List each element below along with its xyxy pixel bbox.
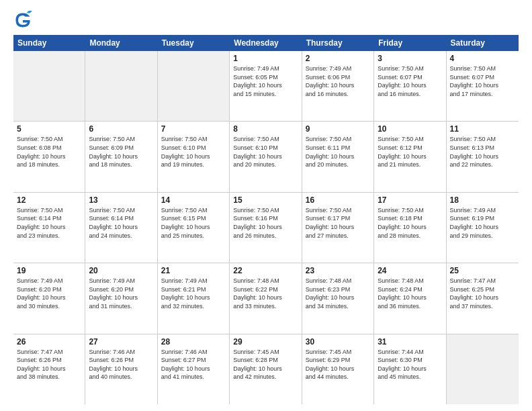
calendar-cell: 28Sunrise: 7:46 AM Sunset: 6:27 PM Dayli…	[158, 334, 230, 404]
calendar-header-cell: Friday	[374, 35, 446, 51]
day-number: 7	[161, 124, 226, 134]
calendar-cell: 24Sunrise: 7:48 AM Sunset: 6:24 PM Dayli…	[374, 263, 446, 333]
calendar: SundayMondayTuesdayWednesdayThursdayFrid…	[13, 35, 519, 404]
day-info: Sunrise: 7:45 AM Sunset: 6:28 PM Dayligh…	[233, 348, 298, 381]
calendar-cell: 27Sunrise: 7:46 AM Sunset: 6:26 PM Dayli…	[85, 334, 157, 404]
day-number: 16	[306, 195, 370, 205]
calendar-cell: 8Sunrise: 7:50 AM Sunset: 6:10 PM Daylig…	[230, 122, 302, 191]
calendar-week: 5Sunrise: 7:50 AM Sunset: 6:08 PM Daylig…	[13, 122, 519, 192]
day-info: Sunrise: 7:46 AM Sunset: 6:26 PM Dayligh…	[89, 348, 153, 381]
calendar-cell: 16Sunrise: 7:50 AM Sunset: 6:17 PM Dayli…	[302, 193, 374, 263]
day-number: 22	[233, 266, 298, 275]
day-info: Sunrise: 7:50 AM Sunset: 6:10 PM Dayligh…	[161, 135, 226, 169]
day-info: Sunrise: 7:48 AM Sunset: 6:22 PM Dayligh…	[233, 277, 298, 310]
calendar-week: 26Sunrise: 7:47 AM Sunset: 6:26 PM Dayli…	[13, 334, 519, 404]
calendar-cell	[158, 51, 230, 121]
day-number: 20	[89, 266, 153, 275]
calendar-cell: 31Sunrise: 7:44 AM Sunset: 6:30 PM Dayli…	[374, 334, 446, 404]
calendar-cell: 22Sunrise: 7:48 AM Sunset: 6:22 PM Dayli…	[230, 263, 302, 333]
day-info: Sunrise: 7:50 AM Sunset: 6:10 PM Dayligh…	[233, 135, 298, 169]
calendar-cell: 20Sunrise: 7:49 AM Sunset: 6:20 PM Dayli…	[85, 263, 157, 333]
calendar-cell: 19Sunrise: 7:49 AM Sunset: 6:20 PM Dayli…	[13, 263, 85, 333]
calendar-header-cell: Thursday	[302, 35, 374, 51]
day-info: Sunrise: 7:46 AM Sunset: 6:27 PM Dayligh…	[161, 348, 226, 381]
day-info: Sunrise: 7:49 AM Sunset: 6:06 PM Dayligh…	[306, 64, 370, 98]
day-info: Sunrise: 7:49 AM Sunset: 6:05 PM Dayligh…	[233, 64, 298, 98]
calendar-cell: 25Sunrise: 7:47 AM Sunset: 6:25 PM Dayli…	[447, 263, 519, 333]
calendar-cell: 18Sunrise: 7:49 AM Sunset: 6:19 PM Dayli…	[447, 193, 519, 263]
calendar-week: 1Sunrise: 7:49 AM Sunset: 6:05 PM Daylig…	[13, 51, 519, 122]
calendar-cell: 21Sunrise: 7:49 AM Sunset: 6:21 PM Dayli…	[158, 263, 230, 333]
day-info: Sunrise: 7:48 AM Sunset: 6:24 PM Dayligh…	[378, 277, 442, 310]
day-number: 13	[89, 195, 153, 205]
day-info: Sunrise: 7:50 AM Sunset: 6:12 PM Dayligh…	[378, 135, 442, 169]
day-info: Sunrise: 7:50 AM Sunset: 6:18 PM Dayligh…	[378, 206, 442, 240]
calendar-cell: 2Sunrise: 7:49 AM Sunset: 6:06 PM Daylig…	[302, 51, 374, 121]
day-number: 12	[17, 195, 81, 205]
day-number: 24	[378, 266, 442, 275]
day-info: Sunrise: 7:50 AM Sunset: 6:14 PM Dayligh…	[17, 206, 81, 240]
day-info: Sunrise: 7:50 AM Sunset: 6:08 PM Dayligh…	[17, 135, 81, 169]
page: SundayMondayTuesdayWednesdayThursdayFrid…	[0, 0, 532, 411]
calendar-cell: 9Sunrise: 7:50 AM Sunset: 6:11 PM Daylig…	[302, 122, 374, 191]
day-info: Sunrise: 7:49 AM Sunset: 6:19 PM Dayligh…	[450, 206, 515, 240]
calendar-cell: 26Sunrise: 7:47 AM Sunset: 6:26 PM Dayli…	[13, 334, 85, 404]
day-info: Sunrise: 7:47 AM Sunset: 6:25 PM Dayligh…	[450, 277, 515, 310]
calendar-cell: 12Sunrise: 7:50 AM Sunset: 6:14 PM Dayli…	[13, 193, 85, 263]
day-info: Sunrise: 7:50 AM Sunset: 6:07 PM Dayligh…	[378, 64, 442, 98]
day-info: Sunrise: 7:49 AM Sunset: 6:20 PM Dayligh…	[89, 277, 153, 310]
day-number: 19	[17, 266, 81, 275]
calendar-cell: 23Sunrise: 7:48 AM Sunset: 6:23 PM Dayli…	[302, 263, 374, 333]
calendar-cell: 10Sunrise: 7:50 AM Sunset: 6:12 PM Dayli…	[374, 122, 446, 191]
calendar-header-cell: Wednesday	[230, 35, 302, 51]
day-number: 5	[17, 124, 81, 134]
header	[13, 11, 519, 30]
calendar-header-row: SundayMondayTuesdayWednesdayThursdayFrid…	[13, 35, 519, 51]
calendar-cell: 13Sunrise: 7:50 AM Sunset: 6:14 PM Dayli…	[85, 193, 157, 263]
day-info: Sunrise: 7:50 AM Sunset: 6:17 PM Dayligh…	[306, 206, 370, 240]
day-number: 6	[89, 124, 153, 134]
calendar-cell: 11Sunrise: 7:50 AM Sunset: 6:13 PM Dayli…	[447, 122, 519, 191]
calendar-cell	[85, 51, 157, 121]
calendar-header-cell: Saturday	[447, 35, 519, 51]
day-number: 28	[161, 337, 226, 347]
day-number: 14	[161, 195, 226, 205]
day-number: 1	[233, 54, 298, 63]
calendar-cell: 7Sunrise: 7:50 AM Sunset: 6:10 PM Daylig…	[158, 122, 230, 191]
day-info: Sunrise: 7:47 AM Sunset: 6:26 PM Dayligh…	[17, 348, 81, 381]
day-number: 30	[306, 337, 370, 347]
calendar-body: 1Sunrise: 7:49 AM Sunset: 6:05 PM Daylig…	[13, 51, 519, 404]
day-info: Sunrise: 7:50 AM Sunset: 6:11 PM Dayligh…	[306, 135, 370, 169]
day-number: 2	[306, 54, 370, 63]
day-info: Sunrise: 7:50 AM Sunset: 6:13 PM Dayligh…	[450, 135, 515, 169]
day-number: 10	[378, 124, 442, 134]
day-info: Sunrise: 7:49 AM Sunset: 6:21 PM Dayligh…	[161, 277, 226, 310]
calendar-week: 19Sunrise: 7:49 AM Sunset: 6:20 PM Dayli…	[13, 263, 519, 334]
calendar-week: 12Sunrise: 7:50 AM Sunset: 6:14 PM Dayli…	[13, 193, 519, 263]
calendar-cell: 5Sunrise: 7:50 AM Sunset: 6:08 PM Daylig…	[13, 122, 85, 191]
day-number: 18	[450, 195, 515, 205]
day-number: 11	[450, 124, 515, 134]
day-number: 8	[233, 124, 298, 134]
calendar-cell: 6Sunrise: 7:50 AM Sunset: 6:09 PM Daylig…	[85, 122, 157, 191]
day-info: Sunrise: 7:50 AM Sunset: 6:15 PM Dayligh…	[161, 206, 226, 240]
calendar-cell: 30Sunrise: 7:45 AM Sunset: 6:29 PM Dayli…	[302, 334, 374, 404]
day-number: 21	[161, 266, 226, 275]
day-number: 9	[306, 124, 370, 134]
day-info: Sunrise: 7:50 AM Sunset: 6:14 PM Dayligh…	[89, 206, 153, 240]
calendar-cell: 17Sunrise: 7:50 AM Sunset: 6:18 PM Dayli…	[374, 193, 446, 263]
day-number: 4	[450, 54, 515, 63]
calendar-cell: 3Sunrise: 7:50 AM Sunset: 6:07 PM Daylig…	[374, 51, 446, 121]
calendar-cell	[13, 51, 85, 121]
day-number: 23	[306, 266, 370, 275]
calendar-cell: 15Sunrise: 7:50 AM Sunset: 6:16 PM Dayli…	[230, 193, 302, 263]
logo	[13, 11, 35, 30]
calendar-cell: 14Sunrise: 7:50 AM Sunset: 6:15 PM Dayli…	[158, 193, 230, 263]
calendar-cell: 4Sunrise: 7:50 AM Sunset: 6:07 PM Daylig…	[447, 51, 519, 121]
calendar-header-cell: Tuesday	[158, 35, 230, 51]
calendar-cell	[447, 334, 519, 404]
calendar-header-cell: Sunday	[13, 35, 85, 51]
day-info: Sunrise: 7:49 AM Sunset: 6:20 PM Dayligh…	[17, 277, 81, 310]
day-number: 26	[17, 337, 81, 347]
day-number: 17	[378, 195, 442, 205]
